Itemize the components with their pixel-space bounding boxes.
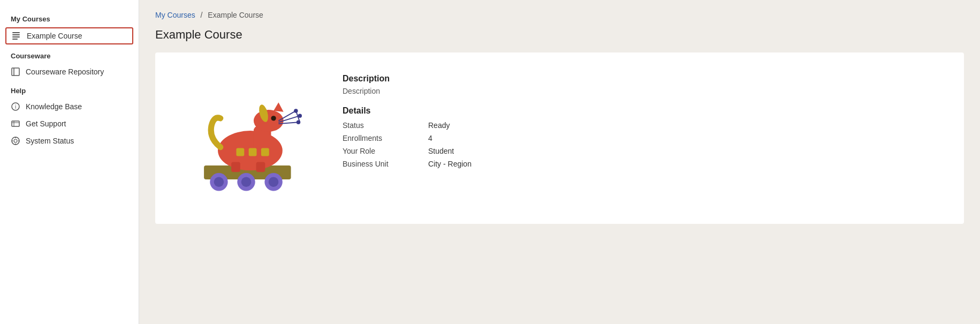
svg-point-11 (12, 137, 19, 145)
svg-rect-1 (12, 34, 20, 35)
sidebar-item-courseware-repository[interactable]: Courseware Repository (0, 63, 139, 80)
sidebar-item-system-status[interactable]: System Status (0, 132, 139, 149)
main-content: My Courses / Example Course Example Cour… (139, 0, 980, 324)
detail-value: 4 (428, 132, 948, 145)
table-row: Enrollments4 (343, 132, 948, 145)
detail-label: Your Role (343, 145, 428, 157)
detail-value: City - Region (428, 157, 948, 170)
details-title: Details (343, 106, 948, 116)
sidebar-section-courseware: Courseware (0, 46, 139, 63)
detail-value: Ready (428, 119, 948, 132)
description-title: Description (343, 74, 948, 84)
detail-value: Student (428, 145, 948, 157)
detail-label: Business Unit (343, 157, 428, 170)
sidebar-section-my-courses: My Courses (0, 9, 139, 26)
svg-point-19 (214, 177, 224, 187)
table-row: Your RoleStudent (343, 145, 948, 157)
svg-point-12 (14, 139, 17, 142)
detail-label: Status (343, 119, 428, 132)
sidebar-section-help: Help (0, 80, 139, 98)
table-row: StatusReady (343, 119, 948, 132)
page-title: Example Course (155, 28, 964, 42)
svg-rect-8 (12, 121, 19, 126)
svg-rect-2 (12, 36, 20, 37)
course-details: Description Description Details StatusRe… (343, 69, 948, 170)
sidebar-item-knowledge-base-label: Knowledge Base (26, 102, 82, 111)
details-table: StatusReadyEnrollments4Your RoleStudentB… (343, 119, 948, 170)
svg-point-28 (271, 116, 276, 120)
sidebar-item-example-course[interactable]: Example Course (5, 27, 133, 44)
course-image-area (171, 69, 321, 208)
breadcrumb-separator: / (201, 11, 203, 19)
svg-text:i: i (15, 104, 16, 110)
support-icon (11, 119, 20, 129)
svg-rect-4 (12, 68, 19, 76)
breadcrumb-parent-link[interactable]: My Courses (155, 11, 195, 19)
sidebar: My Courses Example Course Courseware Cou… (0, 0, 139, 324)
table-row: Business UnitCity - Region (343, 157, 948, 170)
course-card: Description Description Details StatusRe… (155, 52, 964, 224)
svg-rect-30 (236, 148, 244, 156)
sidebar-item-courseware-repository-label: Courseware Repository (26, 67, 104, 76)
detail-label: Enrollments (343, 132, 428, 145)
sidebar-item-get-support[interactable]: Get Support (0, 115, 139, 132)
sidebar-item-get-support-label: Get Support (26, 119, 66, 128)
status-icon (11, 136, 20, 146)
book-icon (11, 67, 20, 77)
description-text: Description (343, 87, 948, 95)
svg-rect-32 (261, 148, 269, 156)
breadcrumb-current: Example Course (208, 11, 263, 19)
sidebar-item-system-status-label: System Status (26, 137, 74, 145)
list-icon (12, 31, 21, 41)
info-icon: i (11, 102, 20, 111)
svg-point-23 (269, 177, 279, 187)
course-image (177, 69, 316, 208)
svg-rect-40 (231, 162, 240, 172)
sidebar-item-knowledge-base[interactable]: i Knowledge Base (0, 98, 139, 115)
breadcrumb: My Courses / Example Course (155, 11, 964, 19)
sidebar-item-example-course-label: Example Course (27, 32, 82, 40)
svg-point-21 (241, 177, 252, 187)
svg-rect-0 (12, 32, 20, 33)
svg-rect-31 (249, 148, 257, 156)
svg-rect-3 (12, 39, 18, 40)
svg-rect-41 (256, 162, 265, 172)
svg-marker-27 (274, 102, 284, 112)
